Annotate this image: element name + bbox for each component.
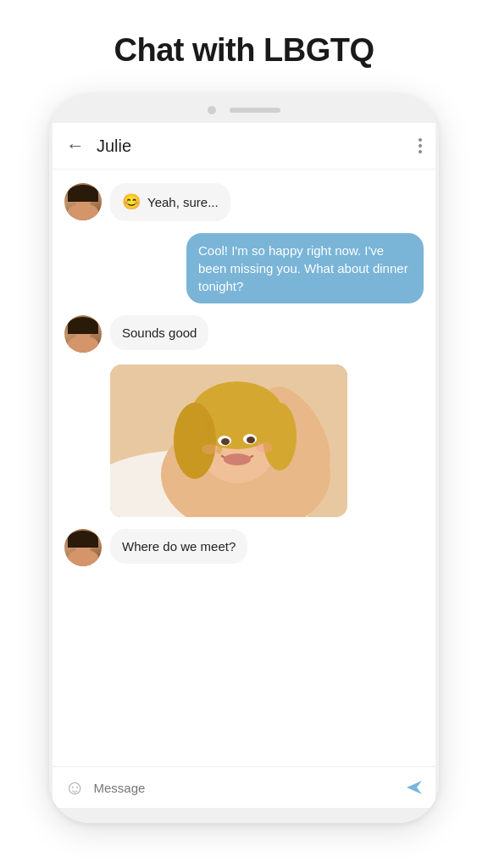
svg-point-10: [221, 438, 230, 445]
phone-camera: [208, 106, 216, 114]
more-dot-3: [419, 150, 422, 153]
back-button[interactable]: ←: [66, 135, 85, 157]
avatar-hair: [68, 531, 98, 548]
svg-point-14: [256, 442, 273, 453]
chat-input-bar: ☺: [53, 766, 435, 808]
message-row: 😊 Yeah, sure...: [64, 183, 424, 221]
message-bubble: Sounds good: [110, 315, 208, 350]
avatar: [64, 529, 102, 566]
svg-point-11: [247, 437, 255, 443]
send-button[interactable]: [405, 779, 424, 796]
outgoing-bubble: Cool! I'm so happy right now. I've been …: [186, 233, 424, 303]
messages-area: 😊 Yeah, sure... Cool! I'm so happy right…: [53, 170, 435, 766]
svg-point-13: [202, 444, 219, 454]
emoji-button[interactable]: ☺: [64, 776, 86, 799]
photo-woman: [110, 364, 347, 517]
message-bubble: Where do we meet?: [110, 529, 247, 564]
message-input[interactable]: [94, 781, 396, 795]
message-text: Where do we meet?: [122, 539, 236, 554]
more-dot-1: [419, 138, 422, 142]
svg-point-7: [263, 403, 297, 470]
photo-message: [110, 364, 347, 517]
message-emoji: 😊: [122, 192, 141, 213]
svg-point-12: [224, 453, 251, 465]
page-title: Chat with LBGTQ: [114, 32, 374, 69]
message-row: Sounds good: [64, 315, 424, 353]
chat-header: ← Julie: [53, 123, 435, 170]
bubble-inner: 😊 Yeah, sure...: [122, 192, 219, 213]
avatar-hair: [68, 185, 98, 202]
more-menu-button[interactable]: [419, 138, 422, 153]
avatar: [64, 315, 102, 353]
phone-frame: ← Julie 😊 Yeah, sure...: [49, 94, 439, 823]
message-row: Where do we meet?: [64, 529, 424, 566]
avatar-hair: [68, 317, 98, 334]
message-row: Cool! I'm so happy right now. I've been …: [64, 233, 424, 303]
chat-contact-name: Julie: [97, 136, 419, 156]
message-text: Yeah, sure...: [147, 193, 219, 211]
phone-top-bar: [49, 94, 439, 123]
phone-speaker: [230, 108, 280, 113]
message-text: Sounds good: [122, 326, 197, 340]
message-bubble: 😊 Yeah, sure...: [110, 183, 230, 221]
message-text: Cool! I'm so happy right now. I've been …: [198, 243, 408, 293]
more-dot-2: [419, 144, 422, 147]
phone-screen: ← Julie 😊 Yeah, sure...: [53, 123, 435, 808]
phone-bottom: [49, 808, 439, 823]
avatar: [64, 183, 102, 220]
